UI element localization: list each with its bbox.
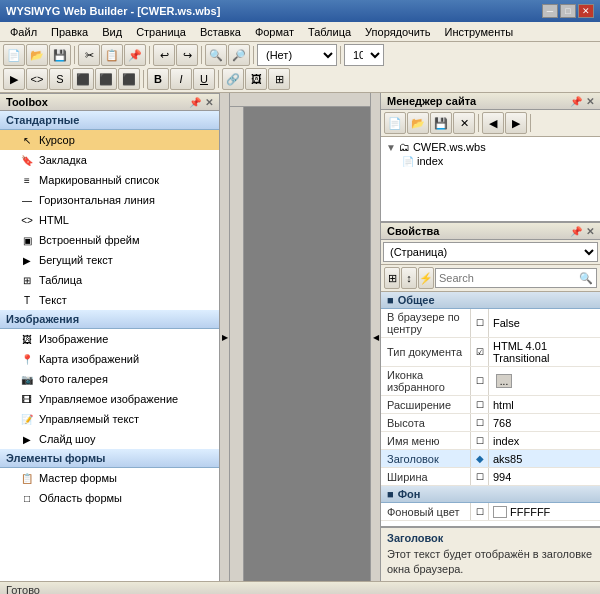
site-manager-close-icon[interactable]: ✕ [586, 96, 594, 107]
tool-hr[interactable]: — Горизонтальная линия [0, 190, 219, 210]
menu-file[interactable]: Файл [4, 25, 43, 39]
sm-new-site-button[interactable]: 📄 [384, 112, 406, 134]
tool-marquee[interactable]: ▶ Бегущий текст [0, 250, 219, 270]
new-button[interactable]: 📄 [3, 44, 25, 66]
tool-managed-image[interactable]: 🎞 Управляемое изображение [0, 389, 219, 409]
search-input[interactable] [439, 272, 577, 284]
tool-image-label: Изображение [39, 333, 108, 345]
prop-row-height: Высота ☐ 768 [381, 414, 600, 432]
prop-check-favicon[interactable]: ☐ [471, 367, 489, 395]
menu-view[interactable]: Вид [96, 25, 128, 39]
menu-arrange[interactable]: Упорядочить [359, 25, 436, 39]
tree-page-index[interactable]: 📄 index [400, 154, 597, 168]
underline-button[interactable]: U [193, 68, 215, 90]
minimize-button[interactable]: ─ [542, 4, 558, 18]
toolbox-collapse-button[interactable]: ▶ [220, 93, 230, 581]
properties-object-dropdown[interactable]: (Страница) [381, 240, 600, 265]
category-forms[interactable]: Элементы формы [0, 449, 219, 468]
tool-form-area[interactable]: □ Область формы [0, 488, 219, 508]
save-button[interactable]: 💾 [49, 44, 71, 66]
tool-managed-text[interactable]: 📝 Управляемый текст [0, 409, 219, 429]
italic-button[interactable]: I [170, 68, 192, 90]
table-button[interactable]: ⊞ [268, 68, 290, 90]
tree-root[interactable]: ▼ 🗂 CWER.ws.wbs [384, 140, 597, 154]
sm-save-button[interactable]: 💾 [430, 112, 452, 134]
size-dropdown[interactable]: 10 [344, 44, 384, 66]
zoom-in-button[interactable]: 🔍 [205, 44, 227, 66]
tool-imagemap[interactable]: 📍 Карта изображений [0, 349, 219, 369]
prop-check-extension[interactable]: ☐ [471, 396, 489, 413]
zoom-out-button[interactable]: 🔎 [228, 44, 250, 66]
toolbar-row-1: 📄 📂 💾 ✂ 📋 📌 ↩ ↪ 🔍 🔎 (Нет) 10 [3, 44, 597, 66]
undo-button[interactable]: ↩ [153, 44, 175, 66]
font-dropdown[interactable]: (Нет) [257, 44, 337, 66]
bold-button[interactable]: B [147, 68, 169, 90]
sm-delete-button[interactable]: ✕ [453, 112, 475, 134]
prop-check-doctype[interactable]: ☑ [471, 338, 489, 366]
props-sort-button[interactable]: ↕ [401, 267, 417, 289]
paste-button[interactable]: 📌 [124, 44, 146, 66]
image-button[interactable]: 🖼 [245, 68, 267, 90]
category-standard-label: Стандартные [6, 114, 79, 126]
properties-pin-icon[interactable]: 📌 [570, 226, 582, 237]
tool-slideshow[interactable]: ▶ Слайд шоу [0, 429, 219, 449]
redo-button[interactable]: ↪ [176, 44, 198, 66]
tool-iframe[interactable]: ▣ Встроенный фрейм [0, 230, 219, 250]
tool-bookmark[interactable]: 🔖 Закладка [0, 150, 219, 170]
canvas-inner[interactable] [244, 107, 370, 581]
menu-tools[interactable]: Инструменты [439, 25, 520, 39]
prop-check-width[interactable]: ☐ [471, 468, 489, 485]
list-icon: ≡ [20, 173, 34, 187]
prop-check-menuname[interactable]: ☐ [471, 432, 489, 449]
properties-close-icon[interactable]: ✕ [586, 226, 594, 237]
tool-image[interactable]: 🖼 Изображение [0, 329, 219, 349]
toolbox-pin-icon[interactable]: 📌 [189, 97, 201, 108]
sm-nav-back-button[interactable]: ◀ [482, 112, 504, 134]
style-button[interactable]: S [49, 68, 71, 90]
tool-cursor[interactable]: ↖ Курсор [0, 130, 219, 150]
tool-text[interactable]: T Текст [0, 290, 219, 310]
preview-button[interactable]: ▶ [3, 68, 25, 90]
toolbox-header-controls: 📌 ✕ [189, 97, 213, 108]
tool-list[interactable]: ≡ Маркированный список [0, 170, 219, 190]
props-group-background[interactable]: ■ Фон [381, 486, 600, 503]
tool-form-wizard[interactable]: 📋 Мастер формы [0, 468, 219, 488]
align-right-button[interactable]: ⬛ [118, 68, 140, 90]
prop-check-title[interactable]: ◆ [471, 450, 489, 467]
menu-page[interactable]: Страница [130, 25, 192, 39]
align-left-button[interactable]: ⬛ [72, 68, 94, 90]
open-button[interactable]: 📂 [26, 44, 48, 66]
menu-format[interactable]: Формат [249, 25, 300, 39]
object-select[interactable]: (Страница) [383, 242, 598, 262]
align-center-button[interactable]: ⬛ [95, 68, 117, 90]
cut-button[interactable]: ✂ [78, 44, 100, 66]
props-group-general[interactable]: ■ Общее [381, 292, 600, 309]
props-filter-button[interactable]: ⚡ [418, 267, 434, 289]
sm-nav-forward-button[interactable]: ▶ [505, 112, 527, 134]
category-images[interactable]: Изображения [0, 310, 219, 329]
favicon-browse-button[interactable]: ... [496, 374, 512, 388]
link-button[interactable]: 🔗 [222, 68, 244, 90]
right-panel-collapse-button[interactable]: ◀ [370, 93, 380, 581]
close-button[interactable]: ✕ [578, 4, 594, 18]
menu-insert[interactable]: Вставка [194, 25, 247, 39]
tool-html[interactable]: <> HTML [0, 210, 219, 230]
prop-check-center[interactable]: ☐ [471, 309, 489, 337]
toolbox-close-icon[interactable]: ✕ [205, 97, 213, 108]
properties-table: ■ Общее В браузере по центру ☐ False Тип… [381, 292, 600, 526]
sm-open-button[interactable]: 📂 [407, 112, 429, 134]
copy-button[interactable]: 📋 [101, 44, 123, 66]
tool-table[interactable]: ⊞ Таблица [0, 270, 219, 290]
prop-check-height[interactable]: ☐ [471, 414, 489, 431]
tool-gallery[interactable]: 📷 Фото галерея [0, 369, 219, 389]
menu-table[interactable]: Таблица [302, 25, 357, 39]
menu-edit[interactable]: Правка [45, 25, 94, 39]
prop-check-bgcolor[interactable]: ☐ [471, 503, 489, 520]
color-swatch-bgcolor[interactable] [493, 506, 507, 518]
category-standard[interactable]: Стандартные [0, 111, 219, 130]
html-button[interactable]: <> [26, 68, 48, 90]
imagemap-icon: 📍 [20, 352, 34, 366]
maximize-button[interactable]: □ [560, 4, 576, 18]
site-manager-pin-icon[interactable]: 📌 [570, 96, 582, 107]
props-grid-view-button[interactable]: ⊞ [384, 267, 400, 289]
